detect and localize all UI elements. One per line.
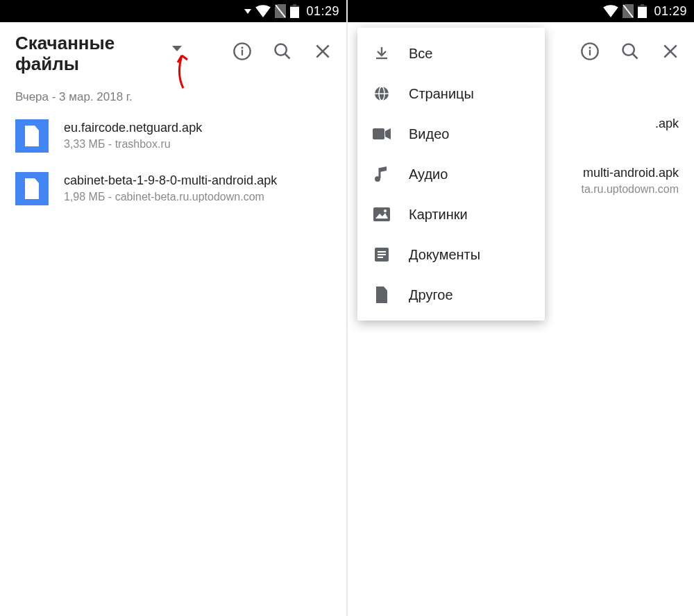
app-bar: Скачанные файлы	[0, 22, 346, 80]
battery-icon	[638, 4, 647, 18]
app-bar-actions	[228, 37, 337, 65]
filter-menu-item-pages[interactable]: Страницы	[357, 74, 545, 114]
filter-menu-item-all[interactable]: Все	[357, 33, 545, 74]
close-icon	[661, 42, 679, 60]
sim-off-icon	[275, 4, 286, 18]
info-button[interactable]	[228, 37, 256, 65]
search-button[interactable]	[616, 37, 644, 65]
globe-icon	[373, 85, 391, 103]
search-button[interactable]	[269, 37, 296, 65]
sim-off-icon	[623, 4, 634, 18]
file-row-peek: multi-android.apk ta.ru.uptodown.com	[555, 166, 679, 196]
svg-point-16	[623, 44, 634, 55]
status-clock: 01:29	[654, 4, 687, 19]
filter-menu-label: Аудио	[409, 166, 448, 182]
file-icon	[373, 286, 391, 304]
info-button[interactable]	[576, 37, 604, 65]
file-thumbnail	[15, 172, 49, 205]
filter-menu-item-other[interactable]: Другое	[357, 275, 545, 315]
svg-rect-11	[641, 4, 644, 6]
file-subtitle-peek: ta.ru.uptodown.com	[555, 183, 679, 196]
svg-line-7	[285, 54, 290, 59]
svg-point-25	[375, 176, 380, 182]
file-row[interactable]: cabinet-beta-1-9-8-0-multi-android.apk 1…	[0, 162, 346, 215]
filter-menu-label: Все	[409, 46, 432, 62]
file-icon	[24, 178, 40, 199]
svg-point-6	[276, 44, 287, 55]
search-icon	[273, 42, 292, 61]
info-icon	[232, 42, 252, 61]
filter-menu-item-documents[interactable]: Документы	[357, 234, 545, 275]
svg-rect-1	[293, 4, 296, 6]
filter-menu-label: Документы	[409, 247, 480, 263]
battery-icon	[290, 4, 299, 18]
filter-menu-label: Страницы	[409, 86, 474, 102]
file-subtitle: 3,33 МБ - trashbox.ru	[64, 138, 202, 151]
date-section-label: Вчера - 3 мар. 2018 г.	[0, 80, 346, 110]
svg-rect-12	[638, 7, 647, 18]
page-title: Скачанные файлы	[15, 33, 168, 75]
svg-rect-24	[373, 128, 384, 139]
close-icon	[314, 42, 332, 60]
video-icon	[373, 125, 391, 143]
status-clock: 01:29	[306, 4, 339, 19]
download-icon	[373, 44, 391, 62]
close-button[interactable]	[657, 37, 684, 65]
filter-menu-item-images[interactable]: Картинки	[357, 194, 545, 234]
dropdown-small-icon	[244, 8, 251, 15]
file-row[interactable]: eu.faircode.netguard.apk 3,33 МБ - trash…	[0, 110, 346, 162]
svg-line-17	[633, 54, 638, 59]
info-icon	[580, 42, 600, 61]
wifi-icon	[255, 5, 271, 17]
file-meta: eu.faircode.netguard.apk 3,33 МБ - trash…	[64, 121, 202, 151]
file-row-peek: .apk	[555, 117, 679, 131]
file-name: cabinet-beta-1-9-8-0-multi-android.apk	[64, 173, 277, 188]
search-icon	[620, 42, 640, 61]
filter-menu: Все Страницы Видео Аудио Картинки	[357, 28, 545, 320]
screen-right: 01:29 .apk multi-android.apk ta.ru.uptod…	[348, 0, 694, 616]
app-bar-actions	[576, 37, 684, 65]
svg-rect-26	[373, 207, 390, 221]
filter-menu-label: Видео	[409, 126, 449, 142]
filter-menu-label: Картинки	[409, 207, 468, 223]
wifi-icon	[603, 5, 618, 17]
filter-dropdown-caret[interactable]	[172, 46, 182, 51]
filter-menu-item-audio[interactable]: Аудио	[357, 154, 545, 194]
file-name-peek: multi-android.apk	[555, 166, 679, 180]
image-icon	[373, 205, 391, 223]
file-subtitle: 1,98 МБ - cabinet-beta.ru.uptodown.com	[64, 191, 277, 203]
status-bar: 01:29	[348, 0, 694, 22]
screen-left: 01:29 Скачанные файлы Вчера - 3 мар. 201…	[0, 0, 346, 616]
audio-icon	[373, 165, 391, 183]
file-name: eu.faircode.netguard.apk	[64, 121, 202, 135]
file-meta: cabinet-beta-1-9-8-0-multi-android.apk 1…	[64, 173, 277, 203]
close-button[interactable]	[309, 37, 337, 65]
svg-rect-2	[290, 7, 299, 18]
filter-menu-item-video[interactable]: Видео	[357, 114, 545, 154]
svg-rect-5	[242, 50, 243, 55]
status-bar: 01:29	[0, 0, 346, 22]
filter-menu-label: Другое	[409, 287, 453, 303]
svg-rect-15	[589, 50, 591, 55]
document-icon	[373, 246, 391, 264]
file-name-peek: .apk	[555, 117, 679, 131]
file-list-peek: .apk multi-android.apk ta.ru.uptodown.co…	[555, 117, 694, 230]
file-thumbnail	[15, 119, 49, 153]
svg-point-14	[589, 46, 591, 49]
svg-point-4	[241, 46, 243, 49]
svg-point-27	[384, 209, 387, 212]
file-icon	[24, 126, 40, 146]
